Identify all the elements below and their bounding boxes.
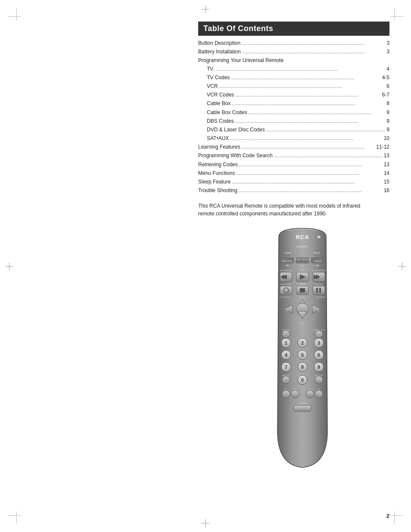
toc-entry-trouble-shooting: Trouble Shooting 16 xyxy=(198,187,389,195)
crosshair-left xyxy=(5,262,13,270)
toc-entry-sat-aux: SAT•AUX 10 xyxy=(198,134,389,143)
record-label: RECORD xyxy=(280,283,292,286)
btn-7: 7 xyxy=(285,365,287,370)
toc-entry-cable-box: Cable Box 8 xyxy=(198,100,389,108)
main-content: Table Of Contents Button Description 3 B… xyxy=(198,22,389,218)
play-label: PLAY xyxy=(299,269,306,272)
toc-entry-menu-functions: Menu Functions 14 xyxy=(198,169,389,178)
toc-entry-vcr-codes: VCR Codes 6-7 xyxy=(198,91,389,100)
toc-entry-programming-universal: Programming Your Universal Remote xyxy=(198,56,389,65)
ch-minus-label: CH - xyxy=(300,322,305,324)
toc-entry-dbs-codes: DBS Codes 9 xyxy=(198,117,389,126)
vline-bl xyxy=(16,511,17,524)
l4-label: L4 xyxy=(318,388,321,390)
svg-point-44 xyxy=(291,390,299,398)
svg-point-30 xyxy=(315,330,323,338)
svg-point-46 xyxy=(315,390,323,398)
svg-point-43 xyxy=(282,390,290,398)
toc-entry-vcr: VCR 6 xyxy=(198,82,389,91)
hline-bl xyxy=(8,515,21,516)
btn-6: 6 xyxy=(318,353,320,358)
toc-entry-sleep-feature: Sleep Feature 15 xyxy=(198,178,389,187)
toc-entry-code-search: Programming With Code Search 13 xyxy=(198,152,389,160)
svg-point-0 xyxy=(317,235,321,239)
hline-tr xyxy=(390,16,403,17)
vline-br xyxy=(394,511,395,524)
svg-point-40 xyxy=(282,376,290,384)
code-search-label: CODE SEARCH xyxy=(295,258,311,261)
learn-label: LEARN xyxy=(298,402,307,404)
crosshair-bottom xyxy=(202,519,209,527)
remote-illustration: RCA ON•OFF VCR TV SAT•AUX CODE SEARCH CA… xyxy=(211,224,394,482)
stop-label: STOP xyxy=(299,283,306,286)
ch-plus-label: CH + xyxy=(299,296,305,299)
toc-entry-dvd-codes: DVD & Laser Disc Codes 9 xyxy=(198,126,389,134)
on-off-label: ON•OFF xyxy=(297,245,308,248)
crosshair-top xyxy=(202,5,209,13)
vol-label-right: VOL xyxy=(317,308,320,313)
hline-br xyxy=(390,515,403,516)
svg-rect-17 xyxy=(280,286,292,295)
vline-tl xyxy=(16,8,17,21)
remote-svg: RCA ON•OFF VCR TV SAT•AUX CODE SEARCH CA… xyxy=(255,224,350,482)
reverse-label: REVERSE xyxy=(280,269,293,272)
hline-tl xyxy=(8,16,21,17)
pause-label: PAUSE xyxy=(314,283,323,286)
forward-label: FORWARD xyxy=(312,269,326,272)
compat-text: This RCA Universal Remote is compatible … xyxy=(198,202,362,218)
btn-9: 9 xyxy=(318,365,320,370)
btn-2: 2 xyxy=(301,341,304,345)
l1-label: L1 xyxy=(285,388,288,390)
svg-rect-47 xyxy=(294,405,311,411)
cable-label: CABLE xyxy=(314,260,321,262)
btn-1: 1 xyxy=(285,341,287,345)
svg-point-29 xyxy=(282,330,290,338)
tv-btn-label: TV xyxy=(316,252,320,255)
svg-point-45 xyxy=(306,390,314,398)
toc-header: Table Of Contents xyxy=(198,22,389,36)
l2-label: L2 xyxy=(294,388,297,390)
page-number: 2 xyxy=(386,513,389,519)
brand-label: RCA xyxy=(296,234,309,240)
toc-entries: Button Description 3 Battery Installatio… xyxy=(198,39,389,195)
sat-aux-label: SAT•AUX xyxy=(282,260,293,262)
toc-entry-tv-codes: TV Codes 4-5 xyxy=(198,74,389,82)
vol-label-left: VOL xyxy=(285,307,288,313)
l3-label: L3 xyxy=(308,388,311,390)
tv-vcr-label: TV-VCR xyxy=(280,296,290,299)
toc-entry-tv: TV 4 xyxy=(198,65,389,74)
crosshair-right xyxy=(398,262,406,270)
toc-entry-retrieving-codes: Retrieving Codes 13 xyxy=(198,161,389,169)
toc-entry-learning-features: Learning Features 11-12 xyxy=(198,143,389,152)
svg-rect-23 xyxy=(319,288,321,293)
enter-label: ENTER xyxy=(316,296,325,299)
btn-5: 5 xyxy=(301,353,304,358)
toc-entry-battery-installation: Battery Installation 3 xyxy=(198,48,389,56)
btn-8: 8 xyxy=(301,365,304,370)
btn-0: 0 xyxy=(301,378,304,383)
btn-3: 3 xyxy=(318,341,320,345)
btn-4: 4 xyxy=(285,353,287,358)
vline-tr xyxy=(394,8,395,21)
svg-point-42 xyxy=(315,376,323,384)
toc-entry-cable-box-codes: Cable Box Codes 9 xyxy=(198,109,389,117)
svg-rect-21 xyxy=(313,286,325,295)
svg-rect-22 xyxy=(316,288,318,293)
toc-entry-button-description: Button Description 3 xyxy=(198,39,389,48)
svg-rect-20 xyxy=(300,288,305,292)
